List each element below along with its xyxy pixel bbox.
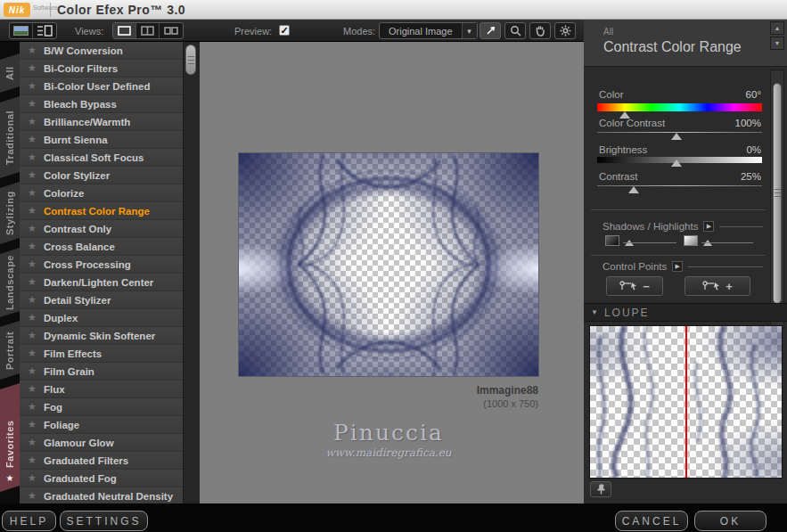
star-icon[interactable]: ★ — [28, 241, 37, 252]
star-icon[interactable]: ★ — [28, 419, 37, 430]
ok-button[interactable]: OK — [694, 511, 767, 531]
tab-landscape[interactable]: Landscape — [0, 248, 20, 317]
star-icon[interactable]: ★ — [28, 134, 37, 145]
pan-tool-button[interactable] — [529, 22, 551, 39]
filter-list-item[interactable]: ★ Film Grain — [20, 363, 183, 381]
star-icon[interactable]: ★ — [28, 383, 37, 395]
star-icon[interactable]: ★ — [28, 116, 37, 127]
thumbnail-view-button[interactable] — [10, 23, 33, 38]
filter-list-item[interactable]: ★ Film Effects — [20, 345, 183, 363]
tab-portrait[interactable]: Portrait — [0, 321, 20, 380]
star-icon[interactable]: ★ — [28, 472, 37, 484]
brightness-slider-row: Brightness 0% — [599, 144, 761, 155]
star-icon[interactable]: ★ — [28, 223, 37, 234]
background-brightness-button[interactable] — [554, 22, 576, 39]
panel-scroll-up[interactable]: ▲ — [770, 21, 784, 35]
highlights-slider[interactable] — [701, 242, 753, 243]
filter-list-item[interactable]: ★ Cross Processing — [20, 256, 183, 274]
color-slider[interactable] — [597, 103, 762, 111]
control-point-plus-button[interactable]: + — [685, 276, 750, 296]
star-icon[interactable]: ★ — [28, 490, 37, 502]
color-label: Color — [599, 89, 623, 100]
star-icon[interactable]: ★ — [28, 169, 37, 181]
panel-header: All Contrast Color Range — [584, 20, 787, 67]
filter-list-item[interactable]: ★ Foliage — [20, 416, 183, 434]
zoom-tool-button[interactable] — [504, 22, 526, 39]
list-view-button[interactable] — [33, 23, 56, 38]
filter-list-item[interactable]: ★ Color Stylizer — [20, 167, 183, 184]
split-view-button[interactable] — [136, 23, 160, 38]
filter-list-item[interactable]: ★ Cross Balance — [20, 238, 183, 256]
loupe-pin-button[interactable] — [590, 481, 611, 497]
star-icon[interactable]: ★ — [28, 45, 37, 56]
color-contrast-slider-marker[interactable] — [671, 133, 682, 140]
star-icon[interactable]: ★ — [28, 312, 37, 323]
loupe-header[interactable]: ▼ LOUPE — [584, 303, 787, 322]
star-icon[interactable]: ★ — [28, 330, 37, 341]
filter-list-item[interactable]: ★ Duplex — [20, 309, 183, 327]
image-caption: Immagine88 (1000 x 750) — [239, 384, 538, 409]
star-icon[interactable]: ★ — [28, 454, 37, 466]
single-view-button[interactable] — [113, 23, 136, 38]
list-icon — [37, 25, 53, 37]
filter-list-item[interactable]: ★ Fog — [20, 398, 183, 416]
help-button[interactable]: HELP — [2, 511, 56, 531]
filter-list-item[interactable]: ★ Contrast Color Range — [20, 202, 183, 220]
star-icon[interactable]: ★ — [28, 348, 37, 359]
star-icon[interactable]: ★ — [28, 258, 37, 270]
filter-list-item[interactable]: ★ Graduated Filters — [20, 452, 183, 470]
star-icon[interactable]: ★ — [28, 437, 37, 448]
filter-list-item[interactable]: ★ Burnt Sienna — [20, 131, 183, 149]
side-by-side-view-button[interactable] — [160, 23, 183, 38]
star-icon[interactable]: ★ — [28, 294, 37, 306]
preview-checkbox[interactable]: ✓ — [279, 25, 290, 36]
views-group — [112, 22, 184, 39]
tab-stylizing[interactable]: Stylizing — [0, 182, 20, 244]
filter-list-item[interactable]: ★ B/W Conversion — [20, 42, 183, 60]
filter-list-item[interactable]: ★ Dynamic Skin Softener — [20, 327, 183, 345]
filter-list-scrollbar[interactable] — [183, 42, 198, 503]
star-icon[interactable]: ★ — [28, 401, 37, 413]
panel-scroll-thumb[interactable] — [773, 83, 782, 304]
panel-scrollbar[interactable] — [770, 70, 784, 330]
select-tool-button[interactable] — [480, 22, 501, 39]
shadows-highlights-expand-icon[interactable]: ▶ — [703, 221, 714, 232]
shadows-slider[interactable] — [623, 242, 676, 243]
settings-button[interactable]: SETTINGS — [60, 511, 148, 531]
modes-dropdown[interactable]: Original Image ▾ — [379, 22, 478, 39]
control-points-expand-icon[interactable]: ▶ — [672, 261, 683, 272]
filter-list-item[interactable]: ★ Glamour Glow — [20, 434, 183, 452]
panel-scroll-down[interactable]: ▼ — [770, 37, 784, 50]
preview-image[interactable] — [239, 153, 538, 376]
filter-list-scroll-thumb[interactable] — [185, 45, 196, 75]
filter-list-item[interactable]: ★ Contrast Only — [20, 220, 183, 238]
filter-list-item[interactable]: ★ Darken/Lighten Center — [20, 274, 183, 291]
brightness-slider-marker[interactable] — [671, 160, 682, 167]
filter-list-item[interactable]: ★ Colorize — [20, 184, 183, 202]
cancel-button[interactable]: CANCEL — [615, 511, 688, 531]
star-icon[interactable]: ★ — [28, 276, 37, 288]
star-icon[interactable]: ★ — [28, 205, 37, 217]
star-icon[interactable]: ★ — [28, 151, 37, 163]
filter-list-item[interactable]: ★ Bleach Bypass — [20, 95, 183, 113]
star-icon[interactable]: ★ — [28, 187, 37, 199]
filter-list-item[interactable]: ★ Bi-Color User Defined — [20, 78, 183, 95]
filter-list-item[interactable]: ★ Graduated Fog — [20, 470, 183, 487]
tab-all[interactable]: All — [0, 53, 20, 93]
tab-traditional[interactable]: Traditional — [0, 96, 20, 178]
plus-icon: + — [726, 280, 733, 293]
star-icon[interactable]: ★ — [28, 98, 37, 110]
loupe-view[interactable] — [590, 326, 782, 478]
filter-list-item[interactable]: ★ Brilliance/Warmth — [20, 113, 183, 131]
star-icon[interactable]: ★ — [28, 62, 37, 74]
filter-list-item[interactable]: ★ Graduated Neutral Density — [20, 487, 183, 503]
tab-favorites[interactable]: Favorites ★ — [0, 383, 20, 492]
contrast-slider-marker[interactable] — [628, 186, 639, 193]
filter-list-item[interactable]: ★ Classical Soft Focus — [20, 149, 183, 167]
filter-list-item[interactable]: ★ Bi-Color Filters — [20, 60, 183, 78]
star-icon[interactable]: ★ — [28, 80, 37, 92]
filter-list-item[interactable]: ★ Flux — [20, 381, 183, 398]
control-point-minus-button[interactable]: − — [606, 276, 663, 296]
filter-list-item[interactable]: ★ Detail Stylizer — [20, 291, 183, 309]
star-icon[interactable]: ★ — [28, 365, 37, 377]
